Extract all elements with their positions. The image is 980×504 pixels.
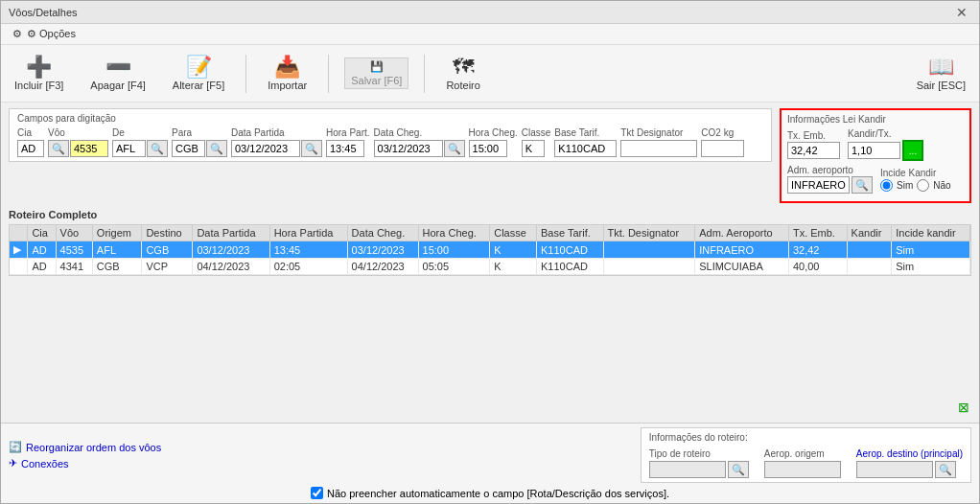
tx-emb-input[interactable] <box>787 142 840 159</box>
tipo-roteiro-search-btn[interactable]: 🔍 <box>728 461 749 478</box>
row1-data-partida: 03/12/2023 <box>193 241 269 259</box>
tipo-roteiro-group: Tipo de roteiro 🔍 <box>649 448 749 478</box>
adm-aeroporto-label: Adm. aeroporto <box>787 165 873 175</box>
gear-icon: ⚙ <box>12 28 22 40</box>
data-partida-input[interactable] <box>231 140 300 157</box>
row2-adm-aeroporto: SLIMCUIABA <box>695 259 789 275</box>
tkt-designator-input[interactable] <box>620 140 697 157</box>
row2-classe: K <box>490 259 537 275</box>
roteiro-section: Roteiro Completo Cia Vôo Origem Destino … <box>9 209 971 417</box>
cia-group: Cia <box>17 127 44 157</box>
table-row[interactable]: ▶ AD 4535 AFL CGB 03/12/2023 13:45 03/12… <box>10 241 970 259</box>
aerop-origem-input-row <box>764 461 841 478</box>
voo-search-btn[interactable]: 🔍 <box>48 140 69 157</box>
row2-tkt-designator <box>603 259 695 275</box>
lk-row2: Adm. aeroporto 🔍 Incide Kandir Sim Não <box>787 165 964 194</box>
adm-search-btn[interactable]: 🔍 <box>852 176 873 194</box>
hora-cheg-input[interactable] <box>469 140 507 157</box>
opcoes-menu[interactable]: ⚙ ⚙ Opções <box>9 27 80 41</box>
para-search-btn[interactable]: 🔍 <box>206 140 227 157</box>
table-row[interactable]: AD 4341 CGB VCP 04/12/2023 02:05 04/12/2… <box>10 259 970 275</box>
reorganizar-link[interactable]: 🔄 Reorganizar ordem dos vôos <box>9 441 161 453</box>
sim-label: Sim <box>897 180 913 191</box>
co2-input[interactable] <box>701 140 744 157</box>
row2-incide-kandir: Sim <box>892 259 970 275</box>
aerop-origem-input[interactable] <box>764 461 841 478</box>
th-incide-kandir: Incide kandir <box>892 225 970 241</box>
conexoes-link[interactable]: ✈ Conexões <box>9 457 161 470</box>
alterar-button[interactable]: 📝 Alterar [F5] <box>167 55 230 93</box>
apagar-button[interactable]: ➖ Apagar [F4] <box>84 55 151 93</box>
aerop-destino-input[interactable] <box>856 461 933 478</box>
row1-voo: 4535 <box>56 241 92 259</box>
incide-kandir-label: Incide Kandir <box>880 168 951 178</box>
arrow-cell: ▶ <box>10 241 28 259</box>
th-base-tarif: Base Tarif. <box>537 225 604 241</box>
classe-label: Classe <box>522 127 551 138</box>
excel-icon[interactable]: ⊠ <box>958 400 969 415</box>
nao-preencher-checkbox[interactable] <box>311 487 323 499</box>
campos-section: Campos para digitação Cia Vôo 🔍 <box>9 108 971 203</box>
th-destino: Destino <box>142 225 193 241</box>
aerop-origem-label: Aerop. origem <box>764 448 841 459</box>
save-icon: 💾 <box>370 60 384 73</box>
data-cheg-input[interactable] <box>374 140 443 157</box>
th-data-partida: Data Partida <box>193 225 269 241</box>
tipo-roteiro-input[interactable] <box>649 461 726 478</box>
nao-preencher-label: Não preencher automaticamente o campo [R… <box>327 488 669 499</box>
hora-part-label: Hora Part. <box>326 127 370 138</box>
salvar-button[interactable]: 💾 Salvar [F6] <box>344 57 408 89</box>
hora-cheg-group: Hora Cheg. <box>469 127 518 157</box>
tkt-designator-label: Tkt Designator <box>620 127 697 138</box>
row1-classe: K <box>490 241 537 259</box>
tx-emb-group: Tx. Emb. <box>787 130 840 159</box>
aerop-destino-search-btn[interactable]: 🔍 <box>935 461 956 478</box>
footer-left: 🔄 Reorganizar ordem dos vôos ✈ Conexões <box>9 441 161 470</box>
menu-bar: ⚙ ⚙ Opções <box>1 24 979 45</box>
th-tx-emb: Tx. Emb. <box>788 225 847 241</box>
th-arrow <box>10 225 28 241</box>
data-cheg-label: Data Cheg. <box>374 127 465 138</box>
roteiro-button[interactable]: 🗺 Roteiro <box>440 55 485 93</box>
plus-icon: ➕ <box>26 57 52 78</box>
para-label: Para <box>172 127 227 138</box>
voo-group: Vôo 🔍 <box>48 127 108 157</box>
row2-hora-partida: 02:05 <box>269 259 347 275</box>
adm-aeroporto-input[interactable] <box>787 176 850 194</box>
para-input[interactable] <box>172 140 205 157</box>
kandir-tx-label: Kandir/Tx. <box>848 128 923 139</box>
de-input[interactable] <box>112 140 146 157</box>
data-partida-search-btn[interactable]: 🔍 <box>301 140 322 157</box>
incluir-button[interactable]: ➕ Incluir [F3] <box>9 55 69 93</box>
window-title: Vôos/Detalhes <box>9 7 78 18</box>
th-adm-aeroporto: Adm. Aeroporto <box>695 225 789 241</box>
classe-input[interactable] <box>522 140 545 157</box>
row2-data-partida: 04/12/2023 <box>193 259 269 275</box>
sair-button[interactable]: 📖 Sair [ESC] <box>911 55 971 93</box>
close-button[interactable]: ✕ <box>952 5 971 20</box>
table-header-row: Cia Vôo Origem Destino Data Partida Hora… <box>10 225 970 241</box>
co2-label: CO2 kg <box>701 127 744 138</box>
kandir-btn[interactable]: ... <box>902 140 923 161</box>
tipo-roteiro-label: Tipo de roteiro <box>649 448 749 459</box>
kandir-tx-input[interactable] <box>848 142 900 159</box>
aerop-destino-label: Aerop. destino (principal) <box>856 448 963 459</box>
voo-input[interactable] <box>70 140 108 157</box>
row2-data-cheg: 04/12/2023 <box>347 259 418 275</box>
tipo-roteiro-input-row: 🔍 <box>649 461 749 478</box>
importar-button[interactable]: 📥 Importar <box>262 55 313 93</box>
roteiro-title: Roteiro Completo <box>9 209 971 220</box>
data-cheg-search-btn[interactable]: 🔍 <box>444 140 465 157</box>
base-tarif-input[interactable] <box>554 140 617 157</box>
arrow-cell2 <box>10 259 28 275</box>
campos-row: Cia Vôo 🔍 De <box>17 127 763 157</box>
hora-part-input[interactable] <box>326 140 364 157</box>
row1-cia: AD <box>28 241 56 259</box>
cia-input[interactable] <box>17 140 44 157</box>
th-hora-partida: Hora Partida <box>269 225 347 241</box>
kandir-sim-radio[interactable] <box>880 179 893 192</box>
divider1 <box>245 55 246 93</box>
kandir-nao-radio[interactable] <box>917 179 929 192</box>
de-search-btn[interactable]: 🔍 <box>147 140 168 157</box>
dots-icon: ... <box>909 146 917 156</box>
